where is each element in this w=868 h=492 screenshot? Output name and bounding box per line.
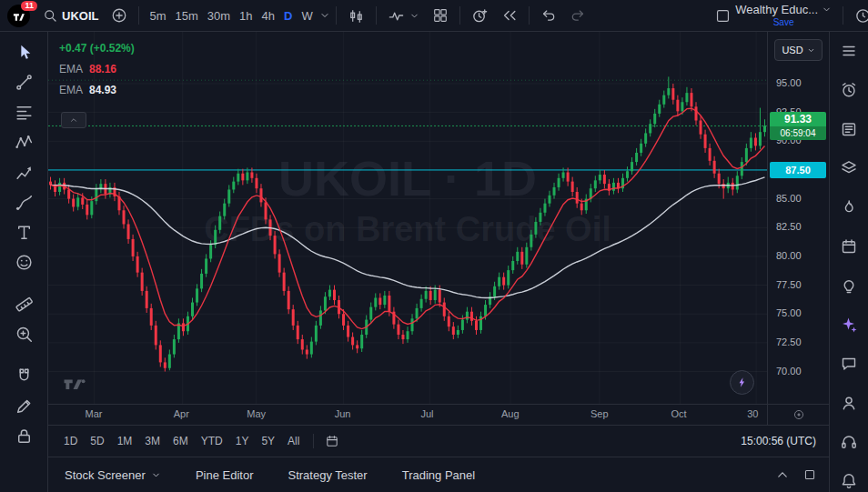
- toolbar-separator: [843, 6, 843, 25]
- interval-30m[interactable]: 30m: [203, 5, 235, 26]
- range-all[interactable]: All: [281, 431, 306, 451]
- tool-emoji[interactable]: [8, 247, 39, 277]
- sidebar-chat[interactable]: [839, 354, 859, 374]
- interval-15m[interactable]: 15m: [171, 5, 203, 26]
- sidebar-alerts[interactable]: [839, 80, 859, 100]
- interval-5m[interactable]: 5m: [145, 5, 170, 26]
- currency-selector[interactable]: USD: [774, 39, 823, 61]
- tradingview-watermark-logo[interactable]: [63, 377, 86, 391]
- range-toolbar: 1D5D1M3M6MYTD1Y5YAll 15:00:56 (UTC): [48, 425, 829, 457]
- indicators-button[interactable]: [382, 4, 425, 28]
- tradingview-app: 11 UKOIL 5m15m30m1h4hDW: [0, 0, 868, 492]
- tab-stock-screener[interactable]: Stock Screener: [65, 468, 161, 482]
- panel-actions: [776, 468, 816, 481]
- interval-W[interactable]: W: [297, 5, 317, 26]
- sidebar-help[interactable]: [839, 432, 859, 452]
- sidebar-ai-assistant[interactable]: [839, 315, 859, 335]
- alert-button[interactable]: [466, 4, 494, 28]
- bar-replay-button[interactable]: [496, 4, 523, 27]
- community-icon: [840, 394, 858, 412]
- quick-trade-button[interactable]: [730, 370, 754, 395]
- interval-4h[interactable]: 4h: [257, 5, 279, 26]
- sidebar-notifications[interactable]: [839, 471, 859, 491]
- sidebar-ideas[interactable]: [839, 276, 859, 296]
- symbol-search-button[interactable]: UKOIL: [37, 5, 104, 26]
- last-price-badge: 91.33 06:59:04: [770, 112, 826, 140]
- bar-countdown: 06:59:04: [770, 126, 826, 140]
- panel-collapse-icon[interactable]: [776, 468, 789, 481]
- tab-trading-panel[interactable]: Trading Panel: [402, 468, 475, 482]
- alert-clock-icon: [471, 7, 489, 25]
- layout-button[interactable]: Wealthy Educ... Save: [710, 0, 837, 31]
- sidebar-news[interactable]: [839, 119, 859, 139]
- tool-ruler[interactable]: [8, 289, 39, 319]
- tool-magnet[interactable]: [8, 361, 39, 391]
- tool-text[interactable]: [8, 217, 39, 247]
- tool-xabcd-pattern[interactable]: [8, 127, 39, 157]
- range-separator: [313, 434, 314, 448]
- sidebar-data-window[interactable]: [839, 158, 859, 178]
- emoji-icon: [15, 253, 34, 272]
- tool-trend-line[interactable]: [8, 67, 39, 97]
- save-button[interactable]: Save: [735, 18, 832, 28]
- price-tick: 80.00: [776, 250, 802, 261]
- tab-pine-editor[interactable]: Pine Editor: [196, 468, 254, 482]
- ema-value: 84.93: [89, 85, 116, 95]
- range-5d[interactable]: 5D: [84, 431, 110, 451]
- range-5y[interactable]: 5Y: [255, 431, 281, 451]
- range-1d[interactable]: 1D: [57, 431, 84, 451]
- price-axis[interactable]: USD 95.0092.5090.0087.5085.0082.5080.007…: [767, 32, 829, 404]
- tabs-container: Stock ScreenerPine EditorStrategy Tester…: [65, 468, 475, 482]
- goto-date-button[interactable]: [321, 431, 343, 451]
- panel-maximize-icon[interactable]: [803, 468, 816, 481]
- range-buttons: 1D5D1M3M6MYTD1Y5YAll: [57, 431, 306, 451]
- compare-add-button[interactable]: [106, 4, 133, 27]
- chart-canvas[interactable]: UKOIL · 1D CFDs on Brent Crude Oil +0.47…: [48, 32, 767, 404]
- range-6m[interactable]: 6M: [167, 431, 195, 451]
- redo-icon: [570, 7, 586, 24]
- quick-actions-button[interactable]: [849, 4, 868, 28]
- layout-meta: Wealthy Educ... Save: [735, 4, 832, 27]
- range-ytd[interactable]: YTD: [195, 431, 229, 451]
- ema-legend-row[interactable]: EMA84.93: [59, 85, 135, 95]
- tv-mark-icon: [63, 377, 86, 391]
- calendar-icon: [840, 237, 858, 256]
- chevron-down-icon: [807, 46, 815, 55]
- time-axis[interactable]: MarAprMayJunJulAugSepOct30: [48, 404, 829, 425]
- tradingview-logo[interactable]: 11: [7, 5, 30, 27]
- interval-D[interactable]: D: [279, 5, 297, 26]
- axis-settings-icon[interactable]: [792, 408, 805, 421]
- tool-cursor[interactable]: [8, 37, 39, 67]
- range-1y[interactable]: 1Y: [229, 431, 256, 451]
- sidebar-community[interactable]: [839, 393, 859, 413]
- chart-style-button[interactable]: [342, 4, 370, 28]
- price-change: +0.47 (+0.52%): [59, 43, 135, 54]
- tool-lock[interactable]: [8, 421, 39, 451]
- range-3m[interactable]: 3M: [138, 431, 167, 451]
- interval-dropdown-chevron-icon[interactable]: [319, 10, 330, 21]
- tool-brush[interactable]: [8, 187, 39, 217]
- tab-strategy-tester[interactable]: Strategy Tester: [288, 468, 367, 482]
- bottom-panel-tabs: Stock ScreenerPine EditorStrategy Tester…: [48, 457, 829, 492]
- main-region: UKOIL · 1D CFDs on Brent Crude Oil +0.47…: [0, 32, 868, 492]
- legend-collapse-button[interactable]: [61, 112, 86, 128]
- tool-zoom[interactable]: [8, 319, 39, 349]
- sidebar-watchlist[interactable]: [839, 41, 859, 61]
- ruler-icon: [15, 295, 34, 314]
- redo-button[interactable]: [564, 4, 591, 27]
- range-1m[interactable]: 1M: [111, 431, 139, 451]
- ema-legend-row[interactable]: EMA88.16: [59, 64, 135, 75]
- tool-prediction[interactable]: [8, 157, 39, 187]
- interval-1h[interactable]: 1h: [235, 5, 257, 26]
- tool-fib-retracement[interactable]: [8, 97, 39, 127]
- undo-button[interactable]: [535, 4, 562, 27]
- layout-grid-button[interactable]: [427, 4, 454, 27]
- price-tick: 77.50: [776, 279, 802, 290]
- toolbar-separator: [459, 6, 460, 25]
- symbol-name: UKOIL: [62, 9, 98, 23]
- price-tick: 70.00: [776, 366, 802, 377]
- sidebar-calendar[interactable]: [839, 236, 859, 256]
- tool-edit[interactable]: [8, 391, 39, 421]
- tab-label: Pine Editor: [196, 468, 254, 482]
- sidebar-hotlists[interactable]: [839, 197, 859, 217]
